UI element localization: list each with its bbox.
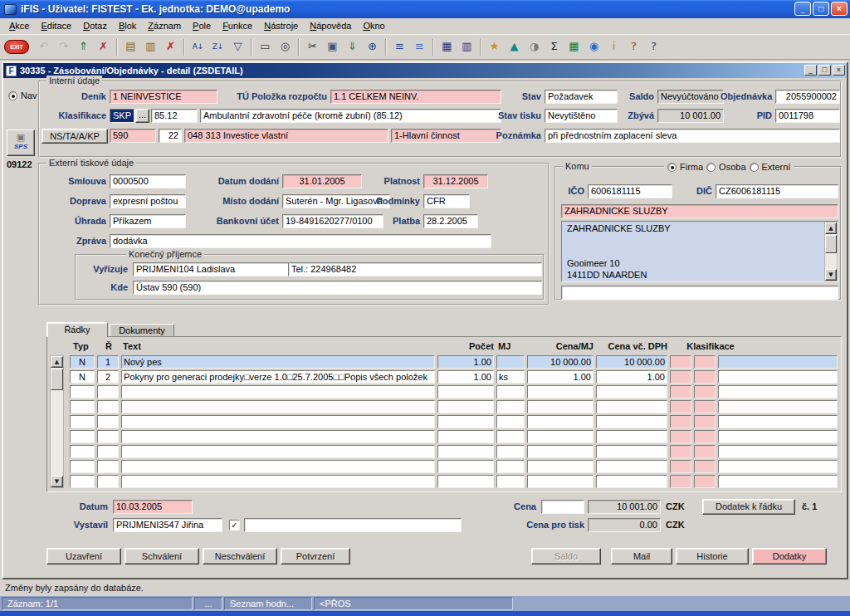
menu-blok[interactable]: Blok [113,18,142,34]
klasifikace-nazev-field[interactable]: Ambulantní zdravotní péče (kromě zubní) … [200,109,501,123]
cell-cena_mj[interactable]: 1.00 [527,370,594,384]
vystavil-field[interactable]: PRIJMENI3547 Jiřina [113,518,222,532]
cell-r[interactable] [97,415,119,428]
zprava-field[interactable]: dodávka [110,234,491,248]
stav-tisku-field[interactable]: Nevytištěno [545,109,618,123]
denik-field[interactable]: 1 NEINVESTICE [110,90,217,104]
firma-radio[interactable] [667,163,677,172]
ta-field[interactable]: 22 [159,129,182,143]
table-row[interactable] [70,460,838,473]
print-icon[interactable]: ▭ [256,38,274,56]
cell-cena_mj[interactable] [527,400,594,413]
chart-icon[interactable]: ▲ [506,38,523,56]
klasifikace-typ-field[interactable]: SKP [110,109,134,123]
cell-pocet[interactable] [437,430,494,443]
cell-cena_mj[interactable] [527,445,594,458]
cell-cena_dph[interactable] [596,430,667,443]
mail-button[interactable]: Mail [611,548,672,565]
cell-cena_dph[interactable] [596,475,667,488]
search-icon[interactable]: ⊕ [364,38,381,56]
tu-polozka-field[interactable]: 1.1 CELKEM NEINV. [330,90,501,104]
menu-napoveda[interactable]: Nápověda [304,18,357,34]
kde-field[interactable]: Ústav 590 (590) [133,281,542,295]
menu-dotaz[interactable]: Dotaz [77,18,113,34]
adresa-scrollbar[interactable]: ▲ ▼ [824,222,838,281]
vyrizuje-field[interactable]: PRIJMENI104 Ladislava [133,262,289,276]
cell-mj[interactable] [496,415,525,428]
cell-cena_dph[interactable] [596,445,667,458]
cell-text[interactable]: Nový pes [121,355,435,369]
cell-cena_dph[interactable] [596,400,667,413]
objednavka-field[interactable]: 2055900002 [775,90,840,104]
nav-radio[interactable] [8,91,17,100]
menu-okno[interactable]: Okno [357,18,390,34]
cell-r[interactable] [97,475,119,488]
smlouva-field[interactable]: 0000500 [110,174,186,188]
cell-r[interactable] [97,460,119,473]
clock-icon[interactable]: ◑ [525,38,543,56]
cell-klasifikace-k1[interactable] [670,460,691,473]
excel-icon[interactable]: ▦ [565,38,583,56]
cell-typ[interactable] [70,445,95,458]
cell-klasifikace-k2[interactable] [694,400,716,413]
cell-typ[interactable] [70,415,95,428]
cena-field[interactable] [541,500,584,514]
stav-field[interactable]: Požadavek [545,90,618,104]
cell-klasifikace-k2[interactable] [694,355,716,369]
klasifikace-lov-button[interactable]: ... [135,109,149,123]
close-button[interactable]: × [831,2,848,16]
cell-r[interactable]: 2 [97,370,119,384]
rows-scrollbar[interactable]: ▲ ▼ [50,355,64,488]
table-row[interactable] [70,400,838,413]
form-restore-button[interactable]: □ [818,65,831,76]
copy-icon[interactable]: ▣ [324,38,341,56]
cell-klasifikace-k2[interactable] [694,370,716,384]
sps-button[interactable]: ▣ SPS [7,130,35,156]
vyrizuje-tel-field[interactable]: Tel.: 224968482 [288,262,542,276]
cell-klasifikace-k3[interactable] [718,385,838,398]
cell-cena_dph[interactable] [596,460,667,473]
cell-pocet[interactable] [437,415,494,428]
grid-icon[interactable]: ▦ [438,38,456,56]
cell-text[interactable] [121,400,435,413]
schvaleni-button[interactable]: Schválení [125,548,199,565]
ns-ta-akp-button[interactable]: NS/TA/A/KP [42,129,108,144]
firma-nazev-field[interactable]: ZAHRADNICKE SLUZBY [561,204,838,218]
cell-klasifikace-k2[interactable] [694,385,716,398]
paste-icon[interactable]: ⇓ [344,38,361,56]
pid-field[interactable]: 0011798 [775,109,840,123]
cut-icon[interactable]: ✂ [304,38,321,56]
ico-field[interactable]: 6006181115 [588,184,672,198]
restore-button[interactable]: □ [813,2,829,16]
table-row[interactable] [70,475,838,488]
cell-pocet[interactable] [437,475,494,488]
minimize-button[interactable]: _ [794,2,811,16]
potvrzeni-button[interactable]: Potvrzení [281,548,350,565]
adresa-extra-field[interactable] [561,286,838,300]
cell-pocet[interactable] [437,445,494,458]
info-icon[interactable]: i [605,38,623,56]
cell-r[interactable]: 1 [97,355,119,369]
help-icon[interactable]: ? [645,38,662,56]
cell-klasifikace-k2[interactable] [694,460,716,473]
cell-text[interactable] [121,430,435,443]
cell-mj[interactable] [496,355,525,369]
duplicate-record-icon[interactable]: ▥ [142,38,159,56]
cell-typ[interactable] [70,400,95,413]
sum-icon[interactable]: Σ [545,38,563,56]
cell-cena_dph[interactable] [596,415,667,428]
cell-klasifikace-k1[interactable] [670,370,691,384]
record-list-icon[interactable]: ≡ [391,38,408,56]
cell-mj[interactable] [496,445,525,458]
ns-field[interactable]: 590 [110,129,156,143]
table-row[interactable] [70,385,838,398]
cell-klasifikace-k1[interactable] [670,400,691,413]
sort-desc-icon[interactable]: Z↓ [209,38,227,56]
cell-pocet[interactable] [437,400,494,413]
exit-button[interactable]: EXIT [4,40,29,54]
datum-dodani-field[interactable]: 31.01.2005 [282,174,362,188]
platnost-field[interactable]: 31.12.2005 [423,174,488,188]
cell-klasifikace-k3[interactable] [718,460,838,473]
akce-field[interactable]: 048 313 Investice vlastní [184,129,388,143]
cell-mj[interactable] [496,430,525,443]
